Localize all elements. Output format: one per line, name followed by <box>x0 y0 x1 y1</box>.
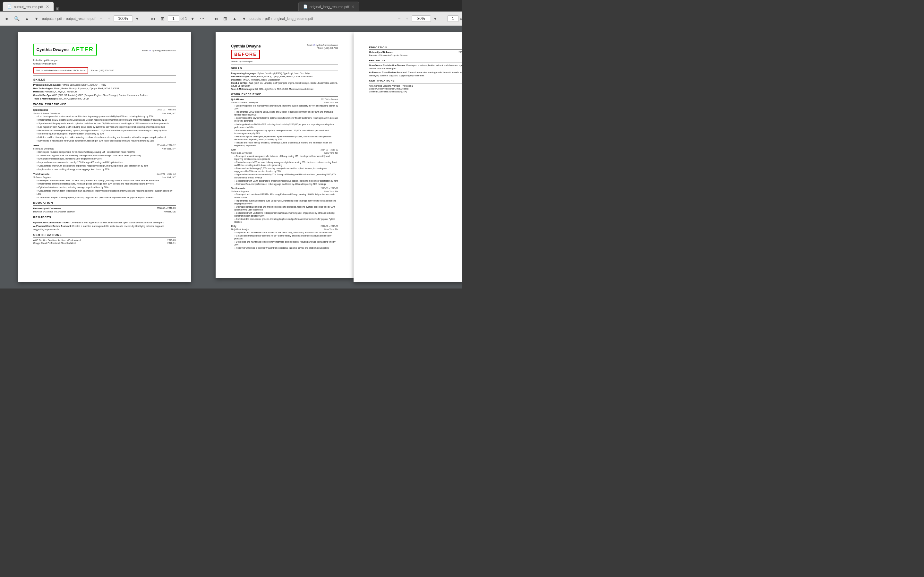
tab-close-left[interactable]: ✕ <box>46 5 49 9</box>
project-item: AI-Powered Code Review Assistant: Create… <box>33 225 176 231</box>
job-header-quickbooks: QuickBooks 2017-01 – Present <box>33 108 176 112</box>
project-item: OpenSource Contribution Tracker: Develop… <box>33 221 176 224</box>
skills-title-right: Skills <box>231 66 338 71</box>
cert-item: Google Cloud Professional Cloud Architec… <box>33 242 176 245</box>
left-zoom-in[interactable]: + <box>106 15 112 23</box>
cert-item: AWS Certified Solutions Architect - Prof… <box>369 84 462 87</box>
right-panel: ⏮ ⊞ ▲ ▼ outputs › pdf › original_long_re… <box>209 11 462 288</box>
panels-container: ⏮ 🔍 ▲ ▼ outputs › pdf › output_resume.pd… <box>0 11 462 288</box>
skills-title-left: Skills <box>33 78 176 82</box>
pdf-icon-right: 📄 <box>303 5 307 9</box>
bullet: Re-architected invoice processing system… <box>37 129 176 132</box>
right-toolbar: ⏮ ⊞ ▲ ▼ outputs › pdf › original_long_re… <box>209 11 462 26</box>
left-page-down[interactable]: ▼ <box>32 15 41 23</box>
right-zoom-out[interactable]: − <box>396 15 402 23</box>
left-page-next[interactable]: ▼ <box>188 15 197 23</box>
bullet: Collaborated with UX/UI designers to imp… <box>37 164 176 168</box>
right-pdf-page-2: Education University of Delaware 2008-08… <box>354 32 462 282</box>
bullet: Developed and maintained RESTful APIs us… <box>37 179 176 182</box>
right-breadcrumb-pdf[interactable]: pdf <box>265 17 270 21</box>
left-pdf-page: Cynthia Dwayne AFTER Email: ✉ cynthia@be… <box>18 32 191 282</box>
bullet: Improved customer conversion rate by 17%… <box>37 161 176 164</box>
resume-name-after: Cynthia Dwayne <box>37 47 69 53</box>
right-page-input[interactable] <box>447 15 459 22</box>
tab-original-resume[interactable]: 📄 original_long_resume.pdf ✕ <box>298 2 359 11</box>
left-zoom-dropdown[interactable]: ▾ <box>134 15 140 23</box>
work-exp-title-right: Work Experience <box>231 92 338 97</box>
cert-item: Certified Kubernetes Administrator (CKA)… <box>369 90 462 93</box>
job-header-amr: AMR 2014-01 – 2016-12 <box>33 144 176 147</box>
left-page-input[interactable] <box>168 15 179 22</box>
bullet: Collaborated with UX team to redesign ma… <box>37 189 176 196</box>
right-zoom-input[interactable] <box>412 15 431 22</box>
left-breadcrumb: outputs › pdf › output_resume.pdf <box>42 17 95 21</box>
right-zoom-in[interactable]: + <box>404 15 410 23</box>
pdf-icon-left: 📄 <box>7 5 12 9</box>
bullet: Optimized database queries, reducing ave… <box>37 186 176 189</box>
resume-name-before: Cynthia Dwayne <box>231 44 261 48</box>
work-exp-title-left: Work Experience <box>33 102 176 107</box>
right-page-down[interactable]: ▼ <box>240 15 248 23</box>
left-toolbar: ⏮ 🔍 ▲ ▼ outputs › pdf › output_resume.pd… <box>0 11 209 26</box>
tab-label-right: original_long_resume.pdf <box>310 5 349 9</box>
left-page-total: 1 <box>185 16 187 21</box>
left-page-prev[interactable]: ⊞ <box>159 15 166 23</box>
edu-title-left: Education <box>33 201 176 206</box>
bullet: Led migration from AWS to GCP, reducing … <box>37 126 176 129</box>
bullet: Led development of a microservices archi… <box>37 115 176 118</box>
bullet: Implemented a new caching strategy, redu… <box>37 168 176 171</box>
tab-close-right[interactable]: ✕ <box>351 5 354 9</box>
right-pdf-page-1: Cynthia Dwayne BEFORE Email: ✉ cynthia@b… <box>216 32 354 278</box>
right-nav-first[interactable]: ⏮ <box>212 15 220 23</box>
left-more[interactable]: ⋯ <box>198 15 206 23</box>
edu-title-right: Education <box>369 45 462 50</box>
breadcrumb-file: output_resume.pdf <box>66 17 95 21</box>
before-box: BEFORE <box>231 50 260 60</box>
after-box: Cynthia Dwayne AFTER <box>33 44 97 55</box>
bullet: Implemented automated testing suite, inc… <box>37 182 176 185</box>
bullet: Mentored 5 junior developers, improving … <box>37 132 176 135</box>
cert-item: AWS Certified Solutions Architect - Prof… <box>33 239 176 242</box>
projects-title-right: Projects <box>369 59 462 63</box>
left-page-of: of <box>180 16 184 21</box>
left-nav-first[interactable]: ⏮ <box>3 15 11 23</box>
bullet: Created web app MVP for store delivery m… <box>37 154 176 157</box>
right-breadcrumb: outputs › pdf › original_long_resume.pdf <box>250 17 313 21</box>
tab-more-icon[interactable]: ⋯ <box>61 6 66 11</box>
right-nav-grid[interactable]: ⊞ <box>221 15 229 23</box>
breadcrumb-pdf[interactable]: pdf <box>57 17 62 21</box>
projects-title-left: Projects <box>33 215 176 220</box>
left-page-up[interactable]: ▲ <box>23 15 31 23</box>
bullet: Enhanced meditation app, increasing user… <box>37 157 176 160</box>
job-header-techinnovate: TechInnovate 2013-01 – 2013-12 <box>33 172 176 176</box>
bullet: Developed a new feature for invoice auto… <box>37 139 176 142</box>
breadcrumb-outputs[interactable]: outputs <box>42 17 53 21</box>
left-pdf-area[interactable]: Cynthia Dwayne AFTER Email: ✉ cynthia@be… <box>0 26 209 288</box>
left-panel: ⏮ 🔍 ▲ ▼ outputs › pdf › output_resume.pd… <box>0 11 209 288</box>
bullet: Contributed to open-source projects, inc… <box>37 196 176 199</box>
bullet: Spearheaded the payments team to optimiz… <box>37 122 176 125</box>
tab-grid-icon[interactable]: ⊞ <box>56 6 60 11</box>
right-zoom-dropdown[interactable]: ▾ <box>432 15 438 23</box>
right-page-of: of <box>460 16 462 21</box>
cert-item: Google Cloud Professional Cloud Architec… <box>369 87 462 90</box>
browser-tabs: 📄 output_resume.pdf ✕ ⊞ ⋯ 📄 original_lon… <box>0 0 462 11</box>
certs-title-left: Certifications <box>33 233 176 238</box>
certs-title-right: Certifications <box>369 79 462 83</box>
after-label: AFTER <box>71 45 94 53</box>
left-search[interactable]: 🔍 <box>12 15 21 23</box>
right-pdf-area[interactable]: Cynthia Dwayne BEFORE Email: ✉ cynthia@b… <box>209 26 462 288</box>
tab-output-resume[interactable]: 📄 output_resume.pdf ✕ <box>3 2 54 11</box>
right-breadcrumb-file: original_long_resume.pdf <box>274 17 314 21</box>
left-zoom-input[interactable] <box>114 15 133 22</box>
tab-label-left: output_resume.pdf <box>14 5 43 9</box>
bullet: Implemented CI/CD pipeline using Jenkins… <box>37 118 176 122</box>
bullet: Initiated and led bi-weekly tech talks, … <box>37 136 176 139</box>
right-page-up[interactable]: ▲ <box>230 15 239 23</box>
right-more-icon[interactable]: ⋯ <box>452 6 456 11</box>
right-breadcrumb-outputs[interactable]: outputs <box>250 17 261 21</box>
left-page-first[interactable]: ⏮ <box>149 15 158 23</box>
left-zoom-out[interactable]: − <box>98 15 104 23</box>
bullet: Developed reusable components for in-hou… <box>37 150 176 154</box>
editable-note-box: Still in editable latex or editable JSON… <box>33 68 88 74</box>
